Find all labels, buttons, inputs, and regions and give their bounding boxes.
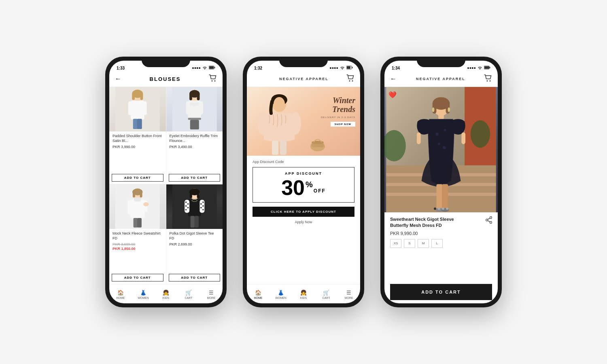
svg-rect-7 [131, 101, 144, 120]
svg-rect-24 [190, 120, 199, 129]
nav-home-label-1: HOME [117, 296, 125, 299]
product-grid: Padded Shoulder Button Front Satin Bl...… [109, 87, 223, 284]
nav-more-2[interactable]: ☰ MORE [337, 286, 360, 303]
svg-point-111 [490, 222, 492, 224]
wifi-icon-1 [202, 66, 207, 70]
svg-point-50 [202, 201, 204, 203]
svg-rect-23 [188, 118, 201, 120]
detail-name-row: Sweetheart Neck Gigot Sleeve Butterfly M… [390, 216, 492, 229]
svg-point-66 [352, 80, 353, 82]
nav-more-1[interactable]: ☰ MORE [200, 286, 223, 303]
svg-text:NEGATIVE APPAREL: NEGATIVE APPAREL [279, 77, 328, 81]
notch-3 [417, 57, 465, 67]
product-price-3: PKR 2,699.00 [170, 242, 220, 246]
cart-icon-1[interactable] [209, 74, 217, 83]
nav-cart-2[interactable]: 🛒 CART [315, 286, 337, 303]
add-to-cart-btn-0[interactable]: ADD TO CART [112, 174, 163, 182]
size-l[interactable]: L [431, 239, 443, 248]
svg-rect-36 [137, 218, 142, 228]
banner-title-line1: Winter [333, 96, 355, 105]
nav-kids-1[interactable]: 👧 KIDS [155, 286, 177, 303]
shop-now-button[interactable]: SHOP NOW [331, 122, 355, 127]
add-to-cart-main-button[interactable]: ADD TO CART [390, 284, 492, 300]
svg-rect-72 [280, 141, 287, 155]
nav-home-label-2: HOME [254, 296, 263, 299]
discount-off: OFF [314, 188, 326, 193]
svg-point-65 [349, 80, 350, 82]
wifi-icon-3 [478, 66, 482, 70]
product-card-1: Eyelet Embroidery Ruffle Trim Flounce...… [166, 87, 223, 184]
product-info-1: Eyelet Embroidery Ruffle Trim Flounce...… [166, 131, 223, 174]
svg-rect-60 [197, 191, 199, 198]
svg-point-51 [200, 203, 202, 205]
svg-point-45 [187, 203, 188, 205]
size-s[interactable]: S [404, 239, 415, 248]
apply-discount-button[interactable]: CLICK HERE TO APPLY DISCOUNT [253, 207, 354, 217]
nav-women-label-1: WOMEN [138, 296, 149, 299]
discount-number: 30 [281, 177, 305, 198]
product-name-2: Mock Neck Fleece Sweatshirt FD [112, 231, 163, 241]
product-info-2: Mock Neck Fleece Sweatshirt FD PKR 3,699… [109, 229, 166, 274]
svg-point-54 [202, 209, 204, 210]
svg-line-112 [488, 218, 490, 220]
svg-rect-42 [188, 199, 201, 216]
product-price-0: PKR 3,990.00 [112, 145, 163, 149]
cart-icon-3[interactable] [484, 74, 492, 83]
svg-point-48 [185, 209, 186, 210]
product-image-3 [166, 184, 223, 229]
nav-more-label-2: MORE [345, 296, 353, 299]
svg-rect-49 [200, 200, 204, 213]
add-to-cart-btn-2[interactable]: ADD TO CART [112, 274, 163, 281]
blouses-header: ← BLOUSES [109, 73, 223, 87]
status-icons-3: ●●●● [467, 66, 490, 70]
svg-rect-14 [140, 93, 143, 100]
brand-logo-2: NEGATIVE APPAREL [279, 76, 328, 82]
discount-section-2: App Discount Code APP DISCOUNT 30 % OFF … [247, 156, 360, 284]
svg-point-44 [185, 201, 186, 203]
nav-cart-1[interactable]: 🛒 CART [177, 286, 200, 303]
apply-now-text: Apply Now [253, 220, 354, 224]
cart-icon-2[interactable] [346, 74, 354, 83]
svg-point-91 [471, 120, 490, 148]
add-to-cart-btn-1[interactable]: ADD TO CART [169, 174, 221, 182]
phone-1: 1:33 ●●●● ← BLOUSES [105, 57, 227, 307]
size-m[interactable]: M [418, 239, 429, 248]
svg-rect-59 [189, 191, 192, 198]
discount-amount: 30 % OFF [257, 177, 350, 198]
svg-point-4 [214, 80, 216, 82]
svg-rect-9 [142, 102, 146, 115]
nav-kids-2[interactable]: 👧 KIDS [292, 286, 315, 303]
product-card-2: Mock Neck Fleece Sweatshirt FD PKR 3,699… [109, 184, 166, 284]
wishlist-button[interactable]: ❤️ [388, 91, 397, 99]
product-card-3: Polka Dot Gigot Sleeve Tee FD PKR 2,699.… [166, 184, 223, 284]
svg-point-110 [486, 219, 488, 221]
time-2: 1:32 [254, 66, 262, 70]
svg-rect-56 [190, 216, 194, 228]
more-icon-2: ☰ [346, 290, 351, 296]
banner-text-2: Winter Trends DELIVERY IN 2-3 DAYS SHOP … [321, 96, 355, 127]
back-button-1[interactable]: ← [115, 75, 121, 83]
svg-rect-26 [189, 93, 192, 100]
svg-point-107 [432, 107, 435, 112]
size-xs[interactable]: XS [390, 239, 401, 248]
nav-women-2[interactable]: 👗 WOMEN [270, 286, 292, 303]
status-icons-1: ●●●● [192, 66, 215, 70]
svg-point-53 [200, 207, 202, 208]
product-card-0: Padded Shoulder Button Front Satin Bl...… [109, 87, 166, 184]
nav-home-2[interactable]: 🏠 HOME [247, 286, 270, 303]
detail-footer-3: ADD TO CART [384, 281, 498, 303]
product-name-3: Polka Dot Gigot Sleeve Tee FD [170, 231, 220, 241]
nav-women-1[interactable]: 👗 WOMEN [132, 286, 155, 303]
add-to-cart-btn-3[interactable]: ADD TO CART [169, 274, 221, 281]
svg-rect-93 [438, 114, 444, 119]
nav-home-1[interactable]: 🏠 HOME [109, 286, 132, 303]
dot-4 [446, 207, 448, 210]
svg-point-69 [257, 112, 269, 135]
cart-icon-nav-1: 🛒 [185, 290, 192, 296]
svg-rect-11 [137, 119, 142, 129]
svg-point-34 [143, 202, 149, 206]
svg-point-74 [274, 97, 285, 111]
back-button-3[interactable]: ← [390, 75, 397, 83]
svg-rect-101 [442, 184, 448, 210]
share-button[interactable] [486, 216, 492, 225]
